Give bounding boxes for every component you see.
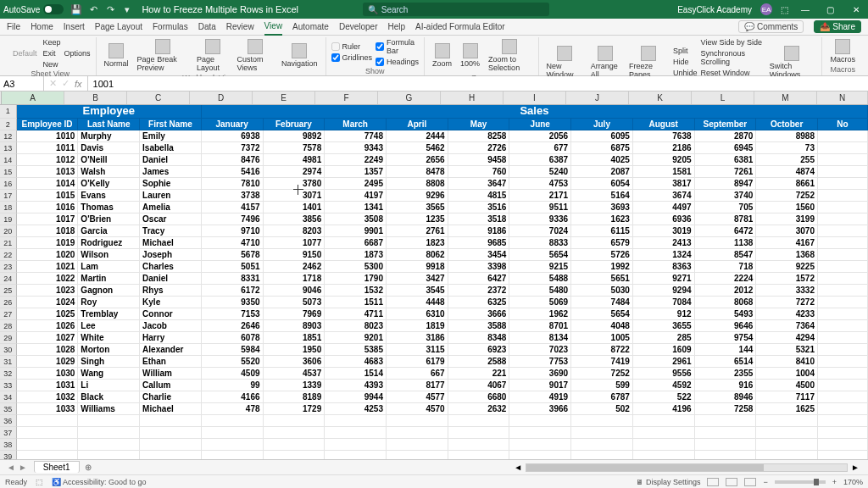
cell[interactable]: 2974 <box>264 166 326 178</box>
qat-dropdown-icon[interactable]: ▾ <box>121 3 133 15</box>
cell[interactable]: O'Kelly <box>78 178 140 190</box>
cell[interactable]: 912 <box>633 308 695 320</box>
cell[interactable]: 8348 <box>448 332 510 344</box>
cell[interactable]: 2632 <box>448 403 510 415</box>
cell[interactable]: 5654 <box>571 308 633 320</box>
cell[interactable]: Harry <box>140 332 202 344</box>
cell[interactable]: Emily <box>140 130 202 142</box>
cell[interactable]: 5651 <box>571 273 633 285</box>
zoom-in-icon[interactable]: + <box>832 478 837 486</box>
cell[interactable]: Wang <box>78 368 140 380</box>
cell[interactable]: White <box>78 332 140 344</box>
cell[interactable]: 4753 <box>509 178 571 190</box>
cell[interactable]: 9511 <box>509 202 571 214</box>
scroll-right-icon[interactable]: ► <box>851 463 860 472</box>
cell[interactable]: 5480 <box>509 285 571 297</box>
cell[interactable]: 6680 <box>448 391 510 403</box>
cell[interactable]: 2646 <box>202 320 264 332</box>
cell[interactable]: 2355 <box>695 368 757 380</box>
arrange-all-button[interactable]: Arrange All <box>588 44 623 80</box>
cell[interactable]: 1623 <box>571 214 633 225</box>
cell[interactable]: 1992 <box>571 261 633 273</box>
cell[interactable]: 1017 <box>17 214 79 225</box>
cell[interactable]: Sales <box>202 105 868 119</box>
cell[interactable]: 3545 <box>387 285 448 297</box>
cell[interactable]: Evans <box>78 190 140 202</box>
cell[interactable]: 7753 <box>509 356 571 368</box>
cell[interactable] <box>387 427 448 439</box>
cell[interactable]: 5654 <box>509 249 571 261</box>
cell[interactable] <box>818 308 868 320</box>
cell[interactable]: Wilson <box>78 249 140 261</box>
cell[interactable]: 9205 <box>633 154 695 166</box>
cell[interactable] <box>202 415 264 427</box>
cell[interactable]: 6387 <box>509 154 571 166</box>
cell[interactable]: First Name <box>140 119 202 130</box>
cell[interactable]: 599 <box>571 380 633 391</box>
cell[interactable]: 3115 <box>387 344 448 356</box>
cell[interactable]: 1718 <box>264 273 326 285</box>
enter-icon[interactable]: ✓ <box>62 78 70 89</box>
column-header[interactable]: N <box>817 92 868 104</box>
normal-view-button[interactable]: Normal <box>102 42 131 69</box>
cell[interactable]: 8363 <box>633 261 695 273</box>
cell[interactable]: Thomas <box>78 202 140 214</box>
cell[interactable]: 4683 <box>325 356 387 368</box>
cell[interactable] <box>818 403 868 415</box>
cell[interactable]: Amelia <box>140 202 202 214</box>
tab-review[interactable]: Review <box>226 22 254 31</box>
cell[interactable]: 4981 <box>264 154 326 166</box>
cell[interactable]: 4509 <box>202 368 264 380</box>
new-view-button[interactable]: New <box>43 59 61 69</box>
sheet-prev-icon[interactable]: ◄ <box>7 463 15 472</box>
tab-help[interactable]: Help <box>388 22 406 31</box>
cell[interactable]: 667 <box>387 368 448 380</box>
cell[interactable]: September <box>695 119 757 130</box>
cell[interactable]: 4592 <box>633 380 695 391</box>
cell[interactable]: 3019 <box>633 225 695 237</box>
cell[interactable]: 2087 <box>571 166 633 178</box>
cell[interactable]: 7084 <box>633 297 695 308</box>
cell[interactable]: 5073 <box>264 297 326 308</box>
cell[interactable]: 8258 <box>448 130 510 142</box>
cell[interactable]: 9215 <box>509 261 571 273</box>
cell[interactable]: 3606 <box>264 356 326 368</box>
cell[interactable] <box>818 332 868 344</box>
cell[interactable]: 1511 <box>325 297 387 308</box>
cell[interactable] <box>818 380 868 391</box>
cell[interactable]: 285 <box>633 332 695 344</box>
maximize-button[interactable]: ▢ <box>822 5 839 14</box>
cell[interactable]: 4294 <box>756 332 818 344</box>
cell[interactable] <box>571 439 633 451</box>
cell[interactable]: 1401 <box>264 202 326 214</box>
cell[interactable]: 3588 <box>448 320 510 332</box>
split-button[interactable]: Split <box>673 46 698 56</box>
cell[interactable]: 1020 <box>17 249 79 261</box>
cell[interactable] <box>818 142 868 154</box>
cell[interactable]: 8023 <box>325 320 387 332</box>
tab-view[interactable]: View <box>264 19 283 36</box>
cell[interactable]: Tracy <box>140 225 202 237</box>
cell[interactable]: 6875 <box>571 142 633 154</box>
cell[interactable]: 2656 <box>387 154 448 166</box>
cell[interactable]: Charlie <box>140 391 202 403</box>
cell[interactable] <box>695 451 757 459</box>
cell[interactable]: Last Name <box>78 119 140 130</box>
column-header[interactable]: M <box>754 92 817 104</box>
cell[interactable]: 1022 <box>17 273 79 285</box>
cell[interactable] <box>818 368 868 380</box>
cell[interactable]: 1819 <box>387 320 448 332</box>
cell[interactable] <box>818 415 868 427</box>
cell[interactable]: 3674 <box>633 190 695 202</box>
cell[interactable]: 1341 <box>325 202 387 214</box>
row-header[interactable]: 39 <box>0 451 17 459</box>
cell[interactable] <box>509 451 571 459</box>
cell[interactable]: Employee ID <box>17 119 79 130</box>
cell[interactable]: 255 <box>756 154 818 166</box>
cell[interactable] <box>509 415 571 427</box>
column-header[interactable]: K <box>629 92 692 104</box>
cell[interactable] <box>202 427 264 439</box>
cell[interactable]: 1025 <box>17 308 79 320</box>
row-header[interactable]: 12 <box>0 130 17 142</box>
cell[interactable]: 7153 <box>202 308 264 320</box>
